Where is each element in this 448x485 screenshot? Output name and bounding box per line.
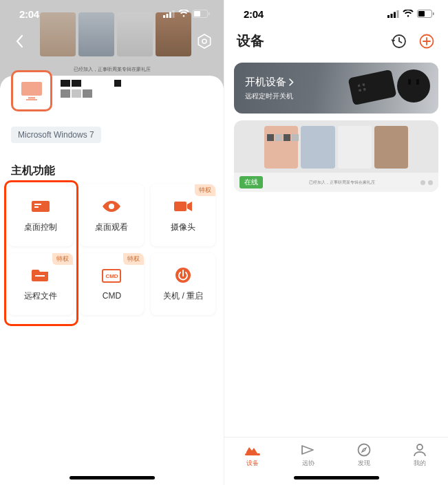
wifi-icon	[178, 10, 189, 18]
func-desktop-control[interactable]: 桌面控制	[8, 184, 73, 246]
svg-rect-6	[209, 12, 210, 15]
promo-card[interactable]: 开机设备 远程定时开关机	[234, 63, 438, 114]
svg-rect-1	[167, 14, 169, 18]
signal-icon	[163, 10, 175, 18]
device-name-pixelated	[267, 134, 299, 141]
func-power[interactable]: 关机 / 重启	[151, 253, 215, 315]
devices-list-screen: 2:04 设备 开机设备 远程定时开关机	[224, 0, 448, 485]
status-icons	[387, 10, 434, 18]
svg-rect-21	[397, 10, 399, 18]
tab-devices[interactable]: 设备	[224, 438, 280, 485]
svg-rect-13	[34, 206, 39, 208]
os-badge: Microsoft Windows 7	[11, 127, 101, 143]
device-name-pixelated	[61, 70, 121, 98]
card-dots-icon	[420, 180, 433, 185]
eye-icon	[101, 200, 122, 213]
promo-subtitle: 远程定时开关机	[245, 91, 294, 101]
battery-icon	[193, 10, 210, 18]
cmd-icon: CMD	[102, 269, 121, 283]
section-title: 主机功能	[11, 164, 55, 178]
svg-rect-2	[169, 12, 171, 18]
profile-tab-icon	[413, 443, 427, 457]
svg-point-7	[202, 39, 206, 43]
hexagon-gear-icon	[197, 34, 212, 49]
svg-rect-23	[418, 11, 425, 17]
battery-icon	[417, 10, 434, 18]
online-badge: 在线	[239, 176, 263, 188]
power-icon	[175, 267, 191, 283]
svg-rect-18	[387, 15, 390, 18]
svg-rect-9	[28, 97, 35, 99]
add-button[interactable]	[418, 32, 436, 50]
func-desktop-view[interactable]: 桌面观看	[80, 184, 145, 246]
device-detail-screen: 已经加入，正事听周某专辑在豪礼压 2:04	[0, 0, 224, 485]
status-time: 2:04	[244, 8, 264, 20]
promo-device-image	[348, 69, 397, 105]
svg-rect-3	[173, 10, 175, 18]
device-avatar	[11, 70, 52, 111]
svg-point-29	[417, 444, 423, 450]
history-button[interactable]	[390, 32, 408, 50]
svg-rect-10	[26, 99, 37, 100]
promo-title: 开机设备	[245, 76, 286, 89]
svg-rect-15	[174, 202, 186, 211]
chevron-right-icon	[289, 78, 294, 86]
device-card[interactable]: 在线 已经加入，正事听周某专辑在豪礼压	[234, 120, 438, 192]
page-title: 设备	[237, 32, 264, 50]
perk-badge: 特权	[52, 253, 73, 265]
wifi-icon	[403, 10, 414, 18]
tab-profile[interactable]: 我的	[392, 438, 448, 485]
chevron-left-icon	[15, 34, 23, 48]
status-time: 2:04	[19, 8, 39, 20]
desktop-control-icon	[31, 199, 50, 214]
plus-circle-icon	[419, 34, 434, 49]
svg-rect-27	[245, 453, 260, 455]
svg-rect-19	[391, 14, 393, 18]
remote-tab-icon	[301, 444, 316, 456]
perk-badge: 特权	[195, 184, 215, 196]
home-indicator[interactable]	[294, 476, 379, 479]
detail-sheet: Microsoft Windows 7 主机功能 桌面控制 桌面观看 特权 摄像…	[0, 76, 224, 485]
svg-rect-11	[32, 201, 50, 212]
svg-rect-5	[194, 11, 200, 17]
perk-badge: 特权	[123, 253, 144, 265]
svg-rect-8	[21, 82, 42, 96]
monitor-icon	[19, 78, 44, 103]
devices-tab-icon	[245, 444, 260, 456]
func-remote-files[interactable]: 特权 远程文件	[8, 253, 73, 315]
folder-icon	[32, 268, 50, 282]
camera-icon	[173, 200, 193, 213]
svg-rect-24	[433, 12, 434, 15]
function-grid: 桌面控制 桌面观看 特权 摄像头 特权 远程文件 特权 CMD CMD	[8, 184, 215, 315]
signal-icon	[387, 10, 399, 18]
svg-rect-12	[34, 204, 41, 205]
svg-rect-20	[394, 12, 396, 18]
back-button[interactable]	[10, 32, 29, 51]
home-indicator[interactable]	[70, 476, 155, 479]
svg-rect-16	[35, 275, 45, 277]
func-camera[interactable]: 特权 摄像头	[151, 184, 215, 246]
status-icons	[163, 10, 210, 18]
discover-tab-icon	[357, 443, 371, 457]
svg-point-14	[109, 204, 114, 209]
settings-button[interactable]	[195, 32, 214, 51]
svg-point-28	[359, 444, 370, 456]
func-cmd[interactable]: 特权 CMD CMD	[80, 253, 145, 315]
promo-plug-image	[397, 69, 430, 103]
device-caption: 已经加入，正事听周某专辑在豪礼压	[309, 180, 375, 186]
history-icon	[392, 34, 407, 49]
svg-rect-0	[163, 15, 165, 18]
